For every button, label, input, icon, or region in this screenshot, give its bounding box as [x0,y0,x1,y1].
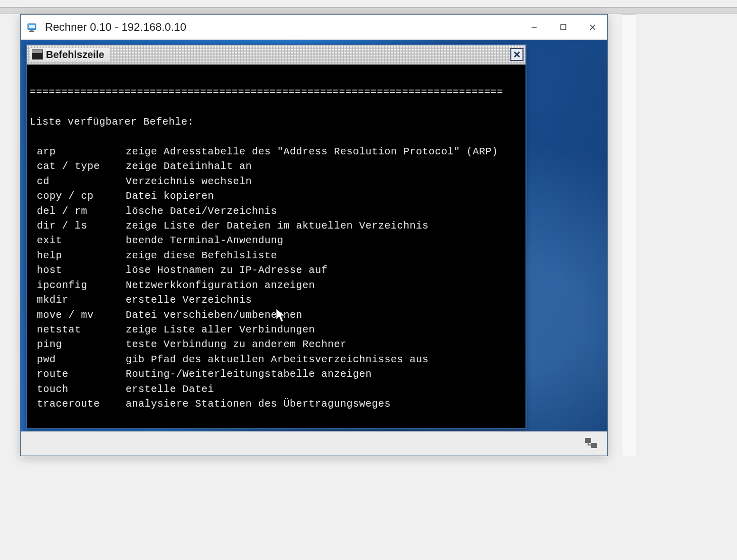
command-row: routeRouting-/Weiterleitungstabelle anze… [30,367,522,381]
command-row: move / mvDatei verschieben/umbenennen [30,308,522,322]
command-name: arp [30,144,126,159]
command-row: arpzeige Adresstabelle des "Address Reso… [30,144,522,159]
command-name: ping [30,337,126,352]
command-description: Datei verschieben/umbenennen [126,308,302,322]
command-description: zeige Dateiinhalt an [126,159,252,174]
command-name: cd [30,174,126,189]
terminal-icon [32,49,43,60]
command-row: mkdirerstelle Verzeichnis [30,293,522,307]
command-name: move / mv [30,308,126,322]
command-list-header: Liste verfügbarer Befehle: [30,115,522,129]
command-description: zeige diese Befehlsliste [126,248,277,263]
command-row: toucherstelle Datei [30,382,522,397]
window-title: Rechner 0.10 - 192.168.0.10 [45,21,519,34]
command-description: zeige Liste aller Verbindungen [126,322,315,337]
command-row: copy / cpDatei kopieren [30,189,522,203]
command-row: ipconfigNetzwerkkonfiguration anzeigen [30,278,522,293]
app-icon [27,22,39,33]
adjacent-window-edge [621,14,636,456]
terminal-window: Befehlszeile ===========================… [26,44,527,429]
statusbar [21,431,607,456]
minimize-button[interactable] [519,15,549,39]
close-button[interactable] [578,15,607,39]
command-name: help [30,248,126,263]
command-name: netstat [30,322,126,337]
network-icon[interactable] [584,437,598,451]
command-name: dir / ls [30,218,126,233]
command-name: touch [30,382,126,397]
command-row: exitbeende Terminal-Anwendung [30,233,522,248]
command-name: pwd [30,352,126,367]
command-description: lösche Datei/Verzeichnis [126,204,277,218]
svg-rect-2 [30,30,33,31]
command-name: mkdir [30,293,126,307]
command-description: erstelle Datei [126,382,214,397]
command-description: zeige Adresstabelle des "Address Resolut… [126,144,498,159]
command-row: netstatzeige Liste aller Verbindungen [30,322,522,337]
command-row: pingteste Verbindung zu anderem Rechner [30,337,522,352]
command-row: hostlöse Hostnamen zu IP-Adresse auf [30,263,522,277]
svg-rect-1 [29,25,35,28]
command-row: pwdgib Pfad des aktuellen Arbeitsverzeic… [30,352,522,367]
command-description: analysiere Stationen des Übertragungsweg… [126,397,391,411]
command-row: cdVerzeichnis wechseln [30,174,522,189]
command-description: gib Pfad des aktuellen Arbeitsverzeichni… [126,352,429,367]
command-row: del / rmlösche Datei/Verzeichnis [30,204,522,218]
command-description: löse Hostnamen zu IP-Adresse auf [126,263,328,277]
terminal-titlebar[interactable]: Befehlszeile [27,45,525,65]
command-description: Datei kopieren [126,189,214,203]
command-name: route [30,367,126,381]
desktop-area: Befehlszeile ===========================… [21,40,607,456]
command-description: Routing-/Weiterleitungstabelle anzeigen [126,367,372,381]
main-window: Rechner 0.10 - 192.168.0.10 Befehlszeile [20,14,608,456]
command-description: zeige Liste der Dateien im aktuellen Ver… [126,218,429,233]
command-row: cat / typezeige Dateiinhalt an [30,159,522,174]
titlebar[interactable]: Rechner 0.10 - 192.168.0.10 [21,15,607,40]
command-row: tracerouteanalysiere Stationen des Übert… [30,397,522,411]
divider-line: ========================================… [30,85,522,99]
svg-rect-5 [561,25,566,30]
command-description: beende Terminal-Anwendung [126,233,284,248]
terminal-output[interactable]: ========================================… [27,65,525,428]
command-name: traceroute [30,397,126,411]
command-description: Netzwerkkonfiguration anzeigen [126,278,315,293]
command-description: Verzeichnis wechseln [126,174,252,189]
command-description: erstelle Verzeichnis [126,293,252,307]
terminal-close-button[interactable] [510,48,523,61]
command-row: dir / lszeige Liste der Dateien im aktue… [30,218,522,233]
command-row: helpzeige diese Befehlsliste [30,248,522,263]
command-name: del / rm [30,204,126,218]
command-name: copy / cp [30,189,126,203]
command-name: exit [30,233,126,248]
command-name: cat / type [30,159,126,174]
maximize-button[interactable] [549,15,578,39]
command-name: host [30,263,126,277]
terminal-title: Befehlszeile [46,49,104,61]
svg-rect-10 [585,438,591,443]
command-name: ipconfig [30,278,126,293]
toolbar-hint [0,7,737,14]
window-controls [519,15,607,39]
svg-rect-3 [29,31,34,32]
command-description: teste Verbindung zu anderem Rechner [126,337,347,352]
